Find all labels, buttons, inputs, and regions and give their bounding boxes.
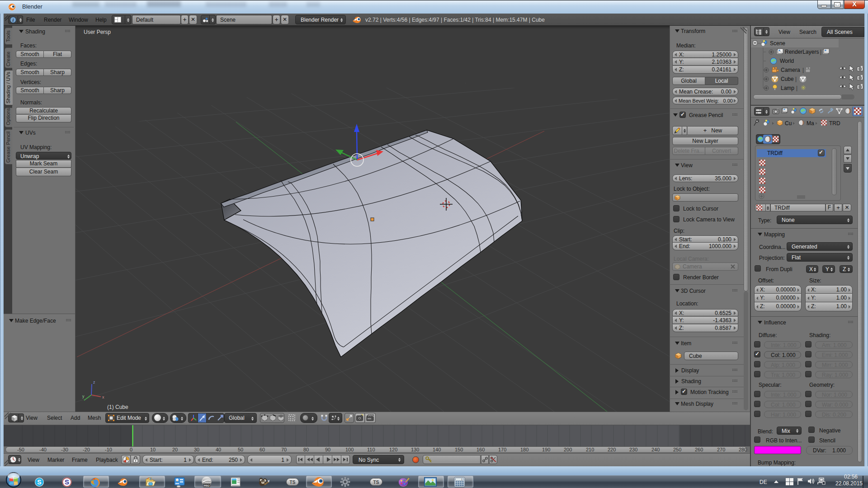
svg-text:TS: TS xyxy=(290,480,296,485)
svg-text:|: | xyxy=(820,49,821,55)
svg-text:y: y xyxy=(82,394,85,399)
svg-text:RenderLayers: RenderLayers xyxy=(785,49,819,55)
svg-text:(1) Cube: (1) Cube xyxy=(107,404,128,410)
svg-text:x: x xyxy=(102,395,104,399)
svg-text:World: World xyxy=(780,58,794,64)
svg-text:User Persp: User Persp xyxy=(84,29,111,35)
svg-text:|: | xyxy=(802,67,804,73)
svg-text:Scene: Scene xyxy=(770,40,785,47)
svg-text:S: S xyxy=(37,479,41,486)
svg-text:i: i xyxy=(13,18,14,23)
svg-text:z: z xyxy=(93,380,95,385)
svg-text:TS: TS xyxy=(373,480,379,485)
svg-text:Ma: Ma xyxy=(807,120,814,127)
svg-text:TRD: TRD xyxy=(829,120,840,127)
svg-text:Camera: Camera xyxy=(781,67,800,73)
svg-text:0: 0 xyxy=(461,478,462,481)
svg-text:|: | xyxy=(796,85,797,91)
svg-text:Lamp: Lamp xyxy=(781,85,794,91)
svg-text:Cube: Cube xyxy=(781,76,794,82)
svg-text:Cu: Cu xyxy=(785,120,792,127)
svg-text:|: | xyxy=(795,76,797,82)
svg-text:S: S xyxy=(65,478,69,486)
svg-text:PRO: PRO xyxy=(203,484,209,487)
